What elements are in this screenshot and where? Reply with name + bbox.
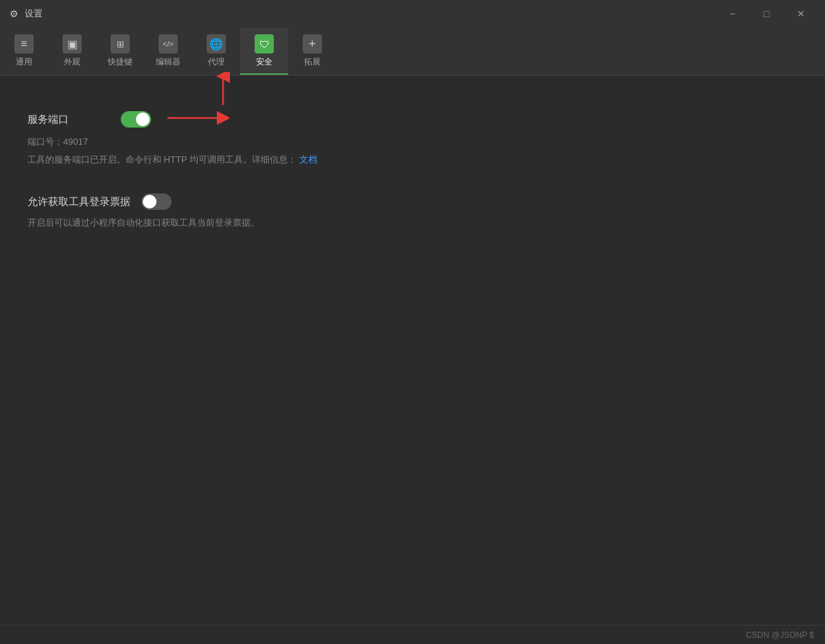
login-ticket-section: 允许获取工具登录票据 开启后可以通过小程序自动化接口获取工具当前登录票据。 [27,193,798,229]
tab-proxy[interactable]: 🌐 代理 [192,27,240,75]
toggle-thumb-off [143,195,156,208]
service-port-section: 服务端口 端口号：49017 工具 [27,110,798,166]
service-port-row: 服务端口 [27,110,798,129]
status-bar: CSDN @JSONP $ [0,625,825,644]
tab-bar: ≡ 通用 ▣ 外观 ⊞ 快捷键 </> 编辑器 🌐 代理 🛡 安全 + 拓展 [0,27,825,75]
editor-icon: </> [159,34,178,53]
service-port-description: 工具的服务端口已开启。命令行和 HTTP 均可调用工具。详细信息： 文档 [27,154,798,166]
shortcuts-icon: ⊞ [111,34,130,53]
toggle-track-off [141,193,172,210]
tab-general[interactable]: ≡ 通用 [0,27,48,75]
tab-extensions[interactable]: + 拓展 [288,27,336,75]
login-ticket-row: 允许获取工具登录票据 [27,193,798,210]
app-icon: ⚙ [8,8,19,19]
title-bar: ⚙ 设置 − □ ✕ [0,0,825,27]
proxy-icon: 🌐 [207,34,226,53]
security-icon: 🛡 [255,34,274,53]
toggle-thumb [136,112,150,126]
tab-editor[interactable]: </> 编辑器 [144,27,192,75]
tab-proxy-label: 代理 [208,56,224,68]
tab-editor-label: 编辑器 [156,56,181,68]
tab-extensions-label: 拓展 [304,56,321,68]
tab-appearance-label: 外观 [64,56,80,68]
service-port-label: 服务端口 [27,113,110,126]
login-ticket-description: 开启后可以通过小程序自动化接口获取工具当前登录票据。 [27,217,798,229]
tab-security[interactable]: 🛡 安全 [240,27,288,75]
login-ticket-label: 允许获取工具登录票据 [27,195,130,208]
tab-shortcuts-label: 快捷键 [108,56,132,68]
window-controls: − □ ✕ [717,3,817,25]
tab-general-label: 通用 [16,56,32,68]
title-bar-left: ⚙ 设置 [8,8,43,20]
general-icon: ≡ [14,34,34,53]
login-ticket-toggle[interactable] [141,193,172,210]
toggle-track-on [121,111,151,128]
service-port-desc-text: 工具的服务端口已开启。命令行和 HTTP 均可调用工具。详细信息： [27,154,297,165]
arrow-right-annotation [167,110,229,129]
port-number: 端口号：49017 [27,136,798,148]
tab-appearance[interactable]: ▣ 外观 [48,27,96,75]
close-button[interactable]: ✕ [785,3,817,25]
service-port-toggle[interactable] [121,111,151,128]
tab-shortcuts[interactable]: ⊞ 快捷键 [96,27,144,75]
status-text: CSDN @JSONP $ [746,630,814,640]
app-title: 设置 [25,8,43,20]
minimize-button[interactable]: − [717,3,748,25]
main-content: 服务端口 端口号：49017 工具 [0,75,825,247]
tab-security-label: 安全 [256,56,272,68]
arrow-up-annotation [213,72,233,109]
extensions-icon: + [303,34,322,53]
maximize-button[interactable]: □ [751,3,782,25]
appearance-icon: ▣ [62,34,82,53]
documentation-link[interactable]: 文档 [299,154,317,165]
